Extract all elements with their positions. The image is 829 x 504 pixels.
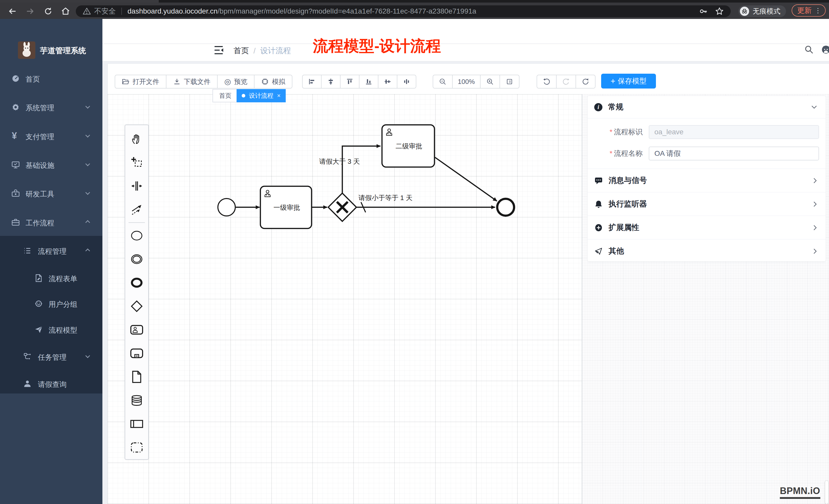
search-icon[interactable] bbox=[804, 44, 814, 55]
end-event[interactable] bbox=[497, 199, 514, 216]
zoom-reset-button[interactable] bbox=[500, 75, 519, 88]
sidebar-item-process-form[interactable]: 流程表单 bbox=[0, 265, 102, 291]
chevron-down-icon bbox=[811, 105, 817, 109]
redo-button[interactable] bbox=[556, 75, 576, 88]
browser-update-button[interactable]: 更新 ⋮ bbox=[792, 4, 826, 16]
section-other[interactable]: 其他 bbox=[587, 239, 826, 263]
browser-chrome: 不安全 dashboard.yudao.iocoder.cn/bpm/manag… bbox=[0, 0, 829, 19]
back-button[interactable] bbox=[7, 6, 18, 17]
sidebar-item-user-group[interactable]: 用户分组 bbox=[0, 291, 102, 316]
distribute-v-button[interactable] bbox=[397, 75, 416, 88]
reload-icon bbox=[43, 6, 53, 16]
section-execution-listeners[interactable]: 执行监听器 bbox=[587, 192, 826, 216]
flow-condition-label: 请假小于等于 1 天 bbox=[358, 194, 412, 202]
align-top-icon bbox=[346, 78, 353, 85]
download-file-button[interactable]: 下载文件 bbox=[166, 75, 217, 88]
scrollbar-thumb[interactable] bbox=[825, 480, 828, 504]
subprocess-icon[interactable] bbox=[125, 342, 148, 365]
update-label: 更新 bbox=[797, 6, 812, 15]
url-host: dashboard.yudao.iocoder.cn bbox=[128, 7, 218, 15]
end-event-icon[interactable] bbox=[125, 271, 148, 295]
tab-home[interactable]: 首页 bbox=[213, 89, 238, 102]
pool-icon[interactable] bbox=[125, 412, 148, 436]
forward-button[interactable] bbox=[25, 6, 36, 17]
sidebar-item-system[interactable]: 系统管理 bbox=[0, 94, 102, 120]
sidebar: 芋道管理系统 首页 系统管理 ¥ 支付管理 基础设施 研发工具 工作流程 流程管… bbox=[0, 19, 102, 504]
connect-tool-icon[interactable] bbox=[125, 198, 148, 221]
align-center-h-button[interactable] bbox=[321, 75, 340, 88]
save-model-button[interactable]: + 保存模型 bbox=[601, 74, 656, 88]
sidebar-item-workflow[interactable]: 工作流程 bbox=[0, 209, 102, 235]
required-mark: * bbox=[610, 149, 612, 157]
intermediate-event-icon[interactable] bbox=[125, 247, 148, 271]
field-process-key: *流程标识 bbox=[594, 125, 819, 139]
section-extended-attributes[interactable]: 扩展属性 bbox=[587, 216, 826, 239]
section-general[interactable]: i 常规 bbox=[587, 96, 826, 118]
zoom-out-button[interactable] bbox=[433, 75, 452, 88]
address-bar[interactable]: 不安全 dashboard.yudao.iocoder.cn/bpm/manag… bbox=[76, 5, 731, 17]
space-tool-icon[interactable] bbox=[125, 174, 148, 198]
exclusive-gateway[interactable] bbox=[328, 193, 356, 221]
align-top-button[interactable] bbox=[340, 75, 359, 88]
sidebar-item-infra[interactable]: 基础设施 bbox=[0, 152, 102, 178]
sidebar-item-payment[interactable]: ¥ 支付管理 bbox=[0, 123, 102, 149]
align-center-v-button[interactable] bbox=[378, 75, 397, 88]
restart-button[interactable] bbox=[576, 75, 595, 88]
collapse-arrow-icon bbox=[221, 48, 223, 52]
sidebar-logo[interactable]: 芋道管理系统 bbox=[0, 41, 102, 60]
align-bottom-button[interactable] bbox=[359, 75, 378, 88]
browser-tab[interactable] bbox=[0, 0, 159, 3]
lasso-tool-icon[interactable] bbox=[125, 151, 148, 174]
sidebar-item-home[interactable]: 首页 bbox=[0, 66, 102, 91]
sidebar-collapse-button[interactable] bbox=[214, 45, 224, 55]
breadcrumb-home[interactable]: 首页 bbox=[233, 45, 249, 56]
home-button[interactable] bbox=[60, 6, 71, 17]
bookmark-star-icon[interactable] bbox=[715, 7, 724, 16]
flow-gateway-to-task2[interactable] bbox=[342, 146, 381, 193]
bpmn-diagram: 请假大于 3 天 请假小于等于 1 天 一级审批 二级审批 bbox=[108, 94, 582, 504]
zoom-reset-icon bbox=[506, 78, 513, 85]
user-task-level1[interactable]: 一级审批 bbox=[260, 186, 312, 228]
open-file-button[interactable]: 打开文件 bbox=[115, 75, 166, 88]
sidebar-item-process-model[interactable]: 流程模型 bbox=[0, 317, 102, 342]
start-event-icon[interactable] bbox=[125, 224, 148, 247]
reload-button[interactable] bbox=[42, 6, 54, 17]
active-dot-icon bbox=[242, 94, 245, 98]
sidebar-item-leave-query[interactable]: 请假查询 bbox=[0, 371, 102, 396]
sidebar-item-devtools[interactable]: 研发工具 bbox=[0, 181, 102, 206]
group-icon[interactable] bbox=[125, 436, 148, 459]
tab-close-icon[interactable]: × bbox=[277, 92, 281, 99]
tab-design-process[interactable]: 设计流程 × bbox=[237, 89, 286, 102]
monitor-icon bbox=[11, 160, 20, 169]
data-object-icon[interactable] bbox=[125, 365, 148, 389]
github-icon[interactable] bbox=[821, 44, 829, 55]
data-store-icon[interactable] bbox=[125, 389, 148, 412]
paper-plane-icon bbox=[594, 247, 603, 256]
flow-task2-to-end[interactable] bbox=[435, 157, 497, 201]
logo-image bbox=[18, 41, 35, 59]
align-left-button[interactable] bbox=[302, 75, 321, 88]
gateway-icon[interactable] bbox=[125, 295, 148, 318]
zoom-level-button[interactable]: 100% bbox=[452, 75, 480, 88]
incognito-label: 无痕模式 bbox=[753, 7, 780, 16]
user-task-level2[interactable]: 二级审批 bbox=[382, 125, 434, 167]
breadcrumb: 首页 / 设计流程 bbox=[233, 45, 291, 56]
bpmn-io-logo[interactable]: BPMN.iO bbox=[780, 486, 820, 499]
start-event[interactable] bbox=[218, 198, 235, 216]
undo-button[interactable] bbox=[537, 75, 556, 88]
hand-tool-icon[interactable] bbox=[125, 127, 148, 151]
simulate-button[interactable]: 模拟 bbox=[254, 75, 292, 88]
sidebar-item-task-mgmt[interactable]: 任务管理 bbox=[0, 344, 102, 370]
undo-icon bbox=[543, 78, 550, 85]
sidebar-item-process-mgmt[interactable]: 流程管理 bbox=[0, 238, 102, 264]
properties-card: i 常规 *流程标识 *流程名称 消息与信号 执行监听器 扩展属性 bbox=[587, 96, 826, 262]
password-key-icon[interactable] bbox=[699, 7, 708, 16]
user-task-icon[interactable] bbox=[125, 318, 148, 342]
process-name-input[interactable] bbox=[649, 147, 819, 160]
zoom-in-button[interactable] bbox=[480, 75, 500, 88]
section-messages-signals[interactable]: 消息与信号 bbox=[587, 169, 826, 192]
preview-button[interactable]: ◎ 预览 bbox=[217, 75, 254, 88]
distribute-h-icon bbox=[384, 78, 391, 85]
forward-icon bbox=[27, 9, 33, 13]
menu-dots-icon[interactable]: ⋮ bbox=[815, 7, 822, 14]
